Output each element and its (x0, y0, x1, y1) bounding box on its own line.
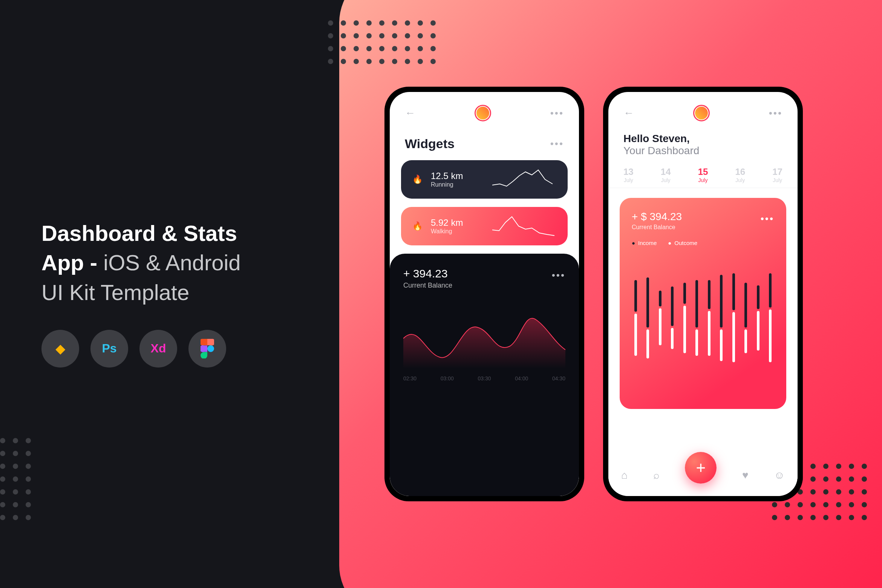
date-item[interactable]: 15July (698, 167, 708, 183)
search-icon[interactable]: ⌕ (653, 469, 660, 481)
date-strip[interactable]: 13July14July15July16July17July (608, 157, 798, 188)
back-icon[interactable]: ← (405, 107, 415, 119)
phone-mockup-widgets: ← ••• Widgets ••• 🔥 12.5 km Running 🔥 5.… (384, 87, 584, 501)
screen-dashboard: ← ••• Hello Steven, Your Dashboard 13Jul… (608, 92, 798, 496)
flame-icon: 🔥 (412, 221, 423, 231)
date-item[interactable]: 17July (772, 167, 782, 183)
time-tick: 04:00 (515, 375, 528, 381)
balance-label: Current Balance (403, 282, 565, 289)
greeting-hello: Hello Steven, (623, 133, 782, 145)
legend: Income Outcome (632, 240, 774, 246)
date-item[interactable]: 16July (735, 167, 745, 183)
time-tick: 03:00 (441, 375, 454, 381)
screen-widgets: ← ••• Widgets ••• 🔥 12.5 km Running 🔥 5.… (390, 92, 579, 496)
income-outcome-bar-chart (632, 257, 774, 378)
back-icon[interactable]: ← (623, 107, 634, 119)
greeting: Hello Steven, Your Dashboard (608, 129, 798, 157)
section-header: Widgets ••• (390, 129, 579, 160)
heart-icon[interactable]: ♥ (742, 469, 749, 481)
section-title: Widgets (405, 136, 455, 151)
more-icon[interactable]: ••• (550, 107, 564, 119)
widget-walking[interactable]: 🔥 5.92 km Walking (401, 207, 568, 245)
card-amount: + $ 394.23 (632, 211, 774, 223)
headline-3: UI Kit Template (41, 280, 189, 305)
date-item[interactable]: 14July (661, 167, 671, 183)
flame-icon: 🔥 (412, 175, 423, 184)
decorative-dots-top (328, 20, 436, 64)
profile-icon[interactable]: ☺ (774, 469, 785, 481)
running-value: 12.5 km (431, 171, 463, 181)
greeting-sub: Your Dashboard (623, 145, 782, 157)
sketch-icon: ◆ (41, 330, 79, 368)
running-sparkline (492, 168, 556, 191)
time-tick: 03:30 (478, 375, 491, 381)
widget-stat: 5.92 km Walking (431, 217, 463, 235)
decorative-dots-left (0, 438, 31, 520)
headline-1: Dashboard & Stats (41, 221, 237, 245)
headline-2a: App - (41, 250, 103, 275)
card-label: Current Balance (632, 224, 774, 231)
widget-stat: 12.5 km Running (431, 171, 463, 188)
widget-running[interactable]: 🔥 12.5 km Running (401, 160, 568, 199)
headline: Dashboard & Stats App - iOS & Android UI… (41, 219, 241, 307)
svg-point-0 (207, 345, 214, 352)
tool-icons-row: ◆ Ps Xd (41, 330, 241, 368)
topbar: ← ••• (608, 92, 798, 129)
tab-bar: ⌂ ⌕ + ♥ ☺ (608, 455, 798, 496)
time-axis: 02:30 03:00 03:30 04:00 04:30 (403, 375, 565, 381)
avatar[interactable] (475, 105, 491, 121)
date-item[interactable]: 13July (623, 167, 634, 183)
card-more-icon[interactable]: ••• (761, 213, 774, 225)
more-icon[interactable]: ••• (769, 107, 782, 119)
legend-outcome: Outcome (668, 240, 697, 246)
time-tick: 02:30 (403, 375, 416, 381)
topbar: ← ••• (390, 92, 579, 129)
phone-mockup-dashboard: ← ••• Hello Steven, Your Dashboard 13Jul… (603, 87, 803, 501)
section-more-icon[interactable]: ••• (550, 138, 564, 150)
balance-amount: + 394.23 (403, 267, 565, 280)
balance-panel: + 394.23 Current Balance ••• 02:30 03:00… (390, 254, 579, 496)
add-button[interactable]: + (685, 452, 717, 484)
balance-area-chart (403, 301, 565, 369)
running-label: Running (431, 181, 463, 188)
legend-income: Income (632, 240, 657, 246)
promo-text: Dashboard & Stats App - iOS & Android UI… (41, 219, 241, 368)
walking-value: 5.92 km (431, 217, 463, 228)
home-icon[interactable]: ⌂ (621, 469, 628, 481)
panel-more-icon[interactable]: ••• (552, 270, 565, 281)
headline-2b: iOS & Android (103, 250, 240, 275)
avatar[interactable] (693, 105, 710, 121)
time-tick: 04:30 (552, 375, 565, 381)
walking-sparkline (492, 215, 556, 237)
figma-icon (188, 330, 226, 368)
walking-label: Walking (431, 228, 463, 235)
photoshop-icon: Ps (90, 330, 128, 368)
balance-card: + $ 394.23 Current Balance ••• Income Ou… (620, 198, 786, 409)
xd-icon: Xd (139, 330, 177, 368)
